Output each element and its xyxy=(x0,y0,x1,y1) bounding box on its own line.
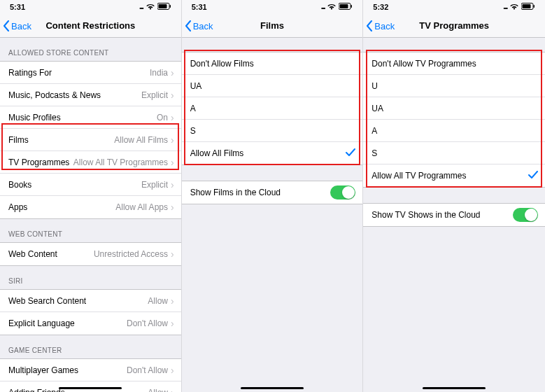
scroll-area[interactable]: Don't Allow Films UA A S Allow All Films… xyxy=(182,38,363,392)
back-label: Back xyxy=(11,21,31,31)
screen-films: 5:31 Back Films Don't Allow Films UA A S… xyxy=(182,0,364,392)
back-button[interactable]: Back xyxy=(3,14,31,38)
row-films[interactable]: FilmsAllow All Films› xyxy=(0,129,181,151)
status-bar: 5:31 xyxy=(182,0,363,14)
row-web-content[interactable]: Web ContentUnrestricted Access› xyxy=(0,243,181,265)
list-tv-cloud: Show TV Shows in the Cloud xyxy=(363,203,545,227)
option-dont-allow-tv[interactable]: Don't Allow TV Programmes xyxy=(363,52,545,75)
page-title: Films xyxy=(260,20,284,31)
time-label: 5:31 xyxy=(10,3,25,11)
list-allowed-store: Ratings ForIndia› Music, Podcasts & News… xyxy=(0,61,181,219)
scroll-area[interactable]: Don't Allow TV Programmes U UA A S Allow… xyxy=(363,38,545,392)
back-label: Back xyxy=(374,21,395,31)
row-ratings-for[interactable]: Ratings ForIndia› xyxy=(0,62,181,84)
signal-icon xyxy=(139,3,143,11)
option-s[interactable]: S xyxy=(363,142,545,164)
wifi-icon xyxy=(510,3,518,11)
wifi-icon xyxy=(327,3,336,11)
row-apps[interactable]: AppsAllow All Apps› xyxy=(0,196,181,218)
toggle-show-tv-cloud[interactable] xyxy=(513,208,538,222)
back-button[interactable]: Back xyxy=(185,14,213,38)
scroll-area[interactable]: ALLOWED STORE CONTENT Ratings ForIndia› … xyxy=(0,38,181,392)
option-dont-allow-films[interactable]: Don't Allow Films xyxy=(182,52,363,75)
row-tv-programmes[interactable]: TV ProgrammesAllow All TV Programmes› xyxy=(0,151,181,174)
section-header: ALLOWED STORE CONTENT xyxy=(0,38,181,61)
battery-icon xyxy=(339,3,353,11)
option-ua[interactable]: UA xyxy=(363,97,545,120)
section-header: WEB CONTENT xyxy=(0,219,181,242)
chevron-right-icon: › xyxy=(171,296,174,306)
row-music-podcasts[interactable]: Music, Podcasts & NewsExplicit› xyxy=(0,84,181,106)
time-label: 5:32 xyxy=(373,3,388,11)
chevron-right-icon: › xyxy=(171,135,174,145)
row-show-films-cloud: Show Films in the Cloud xyxy=(182,181,363,204)
page-title: Content Restrictions xyxy=(45,20,135,31)
chevron-right-icon: › xyxy=(171,388,174,392)
home-indicator xyxy=(423,387,486,389)
nav-bar: Back Content Restrictions xyxy=(0,14,181,38)
battery-icon xyxy=(157,3,171,11)
chevron-right-icon: › xyxy=(171,318,174,328)
list-siri: Web Search ContentAllow› Explicit Langua… xyxy=(0,289,181,335)
option-a[interactable]: A xyxy=(363,120,545,142)
list-film-options: Don't Allow Films UA A S Allow All Films xyxy=(182,52,363,165)
option-u[interactable]: U xyxy=(363,75,545,97)
stage: 5:31 Back Content Restrictions ALLOWED S… xyxy=(0,0,545,392)
option-allow-all-tv[interactable]: Allow All TV Programmes xyxy=(363,164,545,187)
status-bar: 5:31 xyxy=(0,0,181,14)
chevron-right-icon: › xyxy=(171,113,174,122)
chevron-right-icon: › xyxy=(171,365,174,375)
svg-rect-8 xyxy=(533,5,535,8)
status-bar: 5:32 xyxy=(363,0,545,14)
row-explicit-language[interactable]: Explicit LanguageDon't Allow› xyxy=(0,312,181,335)
checkmark-icon xyxy=(528,171,538,181)
row-music-profiles[interactable]: Music ProfilesOn› xyxy=(0,106,181,129)
page-title: TV Programmes xyxy=(419,20,489,31)
screen-tv-programmes: 5:32 Back TV Programmes Don't Allow TV P… xyxy=(363,0,545,392)
chevron-right-icon: › xyxy=(171,249,174,259)
svg-rect-5 xyxy=(351,5,353,8)
svg-rect-2 xyxy=(169,5,171,8)
option-a[interactable]: A xyxy=(182,97,363,120)
svg-rect-1 xyxy=(158,4,167,8)
back-button[interactable]: Back xyxy=(366,14,395,38)
checkmark-icon xyxy=(346,148,355,159)
home-indicator xyxy=(241,387,304,389)
row-multiplayer[interactable]: Multiplayer GamesDon't Allow› xyxy=(0,359,181,382)
back-label: Back xyxy=(193,21,213,31)
row-books[interactable]: BooksExplicit› xyxy=(0,174,181,196)
toggle-show-films-cloud[interactable] xyxy=(330,186,355,200)
svg-rect-7 xyxy=(522,4,530,8)
section-header: GAME CENTER xyxy=(0,335,181,358)
home-indicator xyxy=(59,387,122,389)
nav-bar: Back TV Programmes xyxy=(363,14,545,38)
list-web-content: Web ContentUnrestricted Access› xyxy=(0,242,181,266)
screen-content-restrictions: 5:31 Back Content Restrictions ALLOWED S… xyxy=(0,0,182,392)
time-label: 5:31 xyxy=(192,3,207,11)
signal-icon xyxy=(321,3,325,11)
list-cloud: Show Films in the Cloud xyxy=(182,181,363,204)
option-ua[interactable]: UA xyxy=(182,75,363,97)
chevron-right-icon: › xyxy=(171,180,174,190)
svg-rect-4 xyxy=(340,4,348,8)
section-header: SIRI xyxy=(0,266,181,289)
option-s[interactable]: S xyxy=(182,120,363,142)
row-show-tv-cloud: Show TV Shows in the Cloud xyxy=(363,204,545,226)
chevron-right-icon: › xyxy=(171,68,174,78)
battery-icon xyxy=(521,3,535,11)
chevron-right-icon: › xyxy=(171,158,174,167)
nav-bar: Back Films xyxy=(182,14,363,38)
wifi-icon xyxy=(146,3,155,11)
list-tv-options: Don't Allow TV Programmes U UA A S Allow… xyxy=(363,52,545,188)
option-allow-all-films[interactable]: Allow All Films xyxy=(182,142,363,164)
chevron-right-icon: › xyxy=(171,202,174,212)
row-web-search[interactable]: Web Search ContentAllow› xyxy=(0,290,181,312)
chevron-right-icon: › xyxy=(171,90,174,100)
signal-icon xyxy=(504,3,507,11)
